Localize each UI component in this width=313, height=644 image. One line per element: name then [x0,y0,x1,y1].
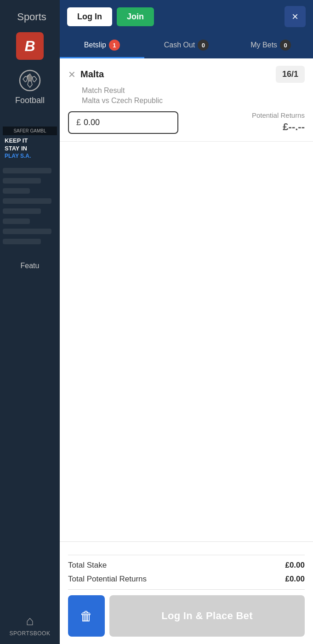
place-bet-button[interactable]: Log In & Place Bet [109,595,305,637]
svg-marker-4 [28,81,32,87]
divider-bottom [68,589,305,590]
place-bet-row: 🗑 Log In & Place Bet [68,595,305,637]
bet-match: Malta vs Czech Republic [82,97,305,105]
bet-item-header: ✕ Malta 16/1 [68,66,305,83]
bet-item-left: ✕ Malta [68,69,104,80]
bet-stake-row: £ Potential Returns £--.-- [68,111,305,134]
cashout-tab-label: Cash Out [164,41,195,49]
betslip-tab-label: Betslip [84,41,106,49]
svg-marker-2 [32,76,37,82]
potential-returns-label: Potential Returns [252,111,305,119]
panel-header: Log In Join × [60,0,313,33]
betslip-panel: Log In Join × Betslip 1 Cash Out 0 My Be… [60,0,313,644]
sportsbook-label: SPORTSBOOK [10,630,51,637]
football-icon [18,69,41,92]
background-rows [0,164,60,253]
bet-market: Match Result [82,86,305,95]
safer-gambling-banner: SAFER GAMBL [3,126,57,135]
close-panel-button[interactable]: × [285,6,306,27]
mybets-tab-label: My Bets [250,41,277,49]
cashout-tab-badge: 0 [198,40,209,51]
keep-text: KEEP IT STAY IN PLAY S.A. [3,135,57,161]
join-button[interactable]: Join [117,7,154,26]
total-stake-row: Total Stake £0.00 [68,561,305,570]
featured-label: Featu [21,262,40,270]
betslip-footer: Total Stake £0.00 Total Potential Return… [60,541,313,644]
potential-returns-value: £--.-- [252,121,305,133]
bookie-logo: B [16,32,44,60]
login-button[interactable]: Log In [67,7,112,26]
stake-currency: £ [76,118,81,127]
remove-bet-button[interactable]: ✕ [68,69,76,80]
betslip-tab-badge: 1 [109,40,120,51]
tabs-bar: Betslip 1 Cash Out 0 My Bets 0 [60,33,313,58]
header-buttons: Log In Join [67,7,154,26]
divider-top [68,555,305,555]
sidebar: Sports B Football SAFER GAMBL KEEP IT ST… [0,0,60,644]
betslip-spacer [60,142,313,541]
close-icon: × [292,10,298,23]
sidebar-football[interactable]: Football [15,69,45,105]
bet-item: ✕ Malta 16/1 Match Result Malta vs Czech… [60,58,313,142]
total-stake-label: Total Stake [68,561,107,570]
remove-bet-icon: ✕ [68,69,76,80]
total-potential-row: Total Potential Returns £0.00 [68,575,305,584]
mybets-tab-badge: 0 [280,40,291,51]
total-stake-value: £0.00 [285,561,305,570]
trash-button[interactable]: 🗑 [68,595,105,637]
tab-betslip[interactable]: Betslip 1 [60,33,144,58]
sidebar-bottom: ⌂ SPORTSBOOK [0,606,60,644]
total-potential-value: £0.00 [285,575,305,584]
stake-input[interactable] [84,118,170,127]
bet-selection: Malta [80,69,104,80]
sportsbook-icon: ⌂ [26,614,34,628]
sports-label: Sports [0,11,60,23]
svg-marker-5 [28,74,32,81]
stake-input-wrapper[interactable]: £ [68,111,178,134]
total-potential-label: Total Potential Returns [68,575,147,584]
background-sidebar: Sports B Football SAFER GAMBL KEEP IT ST… [0,0,60,644]
bookie-logo-letter: B [24,38,35,55]
svg-marker-3 [23,76,28,82]
football-label: Football [15,96,45,105]
potential-returns-col: Potential Returns £--.-- [252,111,305,133]
tab-mybets[interactable]: My Bets 0 [228,33,313,57]
bet-odds: 16/1 [276,66,305,83]
trash-icon: 🗑 [80,609,93,624]
safer-gambling-text: SAFER GAMBL [5,128,55,133]
tab-cashout[interactable]: Cash Out 0 [144,33,229,57]
